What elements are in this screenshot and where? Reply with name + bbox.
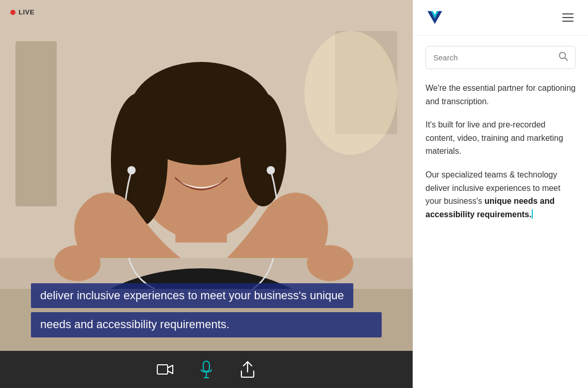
hamburger-line-3 [562,21,574,22]
camera-button[interactable] [157,361,173,378]
logo-container [426,9,444,26]
svg-rect-16 [157,365,168,374]
svg-point-14 [307,245,353,281]
svg-point-4 [304,31,397,155]
svg-rect-17 [203,361,209,371]
search-input[interactable] [433,53,554,62]
camera-icon [157,361,173,378]
text-cursor [532,209,533,219]
captions-overlay: deliver inclusive experiences to meet yo… [31,283,382,342]
paragraph-3: Our specialized teams & technology deliv… [426,168,576,221]
live-badge: LIVE [10,8,35,16]
content-area: We're the essential partner for captioni… [413,69,588,388]
svg-point-11 [127,166,136,174]
mic-button[interactable] [198,361,215,378]
live-indicator-dot [10,10,15,15]
video-panel: LIVE deliver inclusive experiences to me… [0,0,413,388]
top-navigation [413,0,588,36]
share-button[interactable] [239,361,256,378]
video-controls-bar [0,351,413,388]
svg-point-13 [54,245,101,281]
search-container [413,36,588,69]
caption-line-1: deliver inclusive experiences to meet yo… [31,283,353,309]
svg-point-12 [267,166,275,174]
paragraph-1: We're the essential partner for captioni… [426,82,576,108]
share-icon [239,361,256,378]
verbit-logo [426,9,444,26]
svg-rect-2 [15,41,57,206]
hamburger-menu[interactable] [560,11,576,24]
live-label: LIVE [19,8,35,16]
svg-line-21 [565,58,567,60]
search-icon [559,52,568,63]
mic-icon [198,361,215,378]
caption-line-2: needs and accessibility requirements. [31,312,382,337]
search-bar [426,46,576,69]
hamburger-line-1 [562,13,574,14]
paragraph-2: It's built for live and pre-recorded con… [426,118,576,158]
right-panel: We're the essential partner for captioni… [413,0,588,388]
hamburger-line-2 [562,17,574,18]
